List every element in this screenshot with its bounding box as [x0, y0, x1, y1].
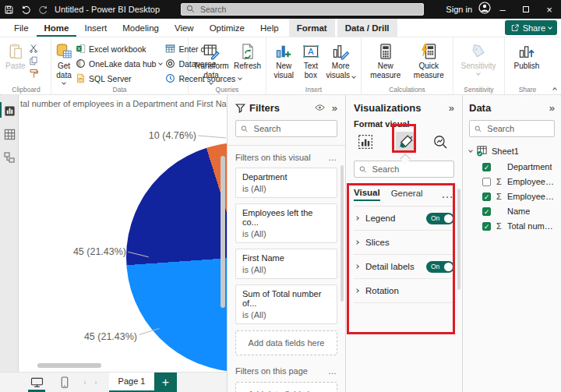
table-node-sheet1[interactable]: Sheet1	[469, 145, 555, 157]
section-detail-labels[interactable]: Detail labels On	[354, 255, 454, 279]
tab-help[interactable]: Help	[252, 19, 287, 37]
onelake-data-hub-button[interactable]: OneLake data hub	[76, 58, 162, 69]
filters-eye-icon[interactable]	[315, 102, 325, 114]
filter-card-sum-total[interactable]: Sum of Total number of... is (All)	[235, 284, 337, 324]
tab-view[interactable]: View	[167, 19, 202, 37]
tab-home[interactable]: Home	[37, 19, 77, 37]
report-canvas[interactable]: tal number of employees in a Department …	[19, 95, 227, 372]
data-search[interactable]	[469, 120, 555, 137]
chevron-right-icon	[355, 264, 359, 269]
next-page-icon[interactable]: ›	[90, 378, 101, 387]
calculator-icon	[378, 41, 393, 62]
tab-visual[interactable]: Visual	[354, 188, 380, 201]
field-checkbox[interactable]: ✓	[482, 207, 491, 216]
account-avatar-icon[interactable]	[478, 2, 491, 17]
analytics-button[interactable]	[430, 132, 450, 152]
page-tab[interactable]: Page 1	[109, 373, 154, 392]
tab-modeling[interactable]: Modeling	[115, 19, 167, 37]
new-visual-button[interactable]: New visual	[270, 40, 297, 80]
mobile-layout-icon	[61, 376, 69, 388]
sensitivity-button[interactable]: Sensitivity	[457, 40, 499, 75]
tab-format[interactable]: Format	[289, 19, 335, 37]
desktop-layout-button[interactable]	[26, 373, 47, 392]
undo-icon[interactable]	[17, 0, 34, 19]
global-search-input[interactable]	[199, 4, 418, 15]
data-search-input[interactable]	[485, 123, 549, 134]
field-checkbox[interactable]	[482, 178, 491, 186]
model-view-button[interactable]	[0, 146, 19, 169]
publish-button[interactable]: Publish	[509, 40, 545, 71]
collapse-ribbon-icon[interactable]	[552, 87, 557, 92]
maximize-button[interactable]	[514, 0, 538, 19]
global-search[interactable]	[181, 3, 424, 16]
legend-toggle[interactable]: On	[426, 213, 454, 224]
canvas-vertical-scrollbar[interactable]	[221, 156, 225, 308]
field-total-number[interactable]: ✓ Σ Total number of ...	[469, 221, 555, 231]
sql-server-button[interactable]: SQL Server	[76, 73, 162, 83]
transform-data-button[interactable]: Transform data	[192, 40, 230, 84]
more-options-icon[interactable]: …	[441, 187, 454, 201]
sign-in-button[interactable]: Sign in	[446, 5, 472, 14]
tab-data-drill[interactable]: Data / Drill	[337, 19, 397, 37]
add-data-fields-dropzone[interactable]: Add data fields here	[235, 382, 337, 392]
filters-search[interactable]	[235, 120, 337, 137]
format-search-input[interactable]	[371, 164, 449, 175]
section-slices[interactable]: Slices	[354, 231, 454, 255]
share-button[interactable]: Share	[505, 20, 557, 35]
detail-labels-toggle[interactable]: On	[426, 261, 454, 273]
filters-search-input[interactable]	[252, 123, 332, 134]
section-legend[interactable]: Legend On	[354, 207, 454, 231]
field-department[interactable]: ✓ Σ Department	[469, 162, 555, 171]
tab-file[interactable]: File	[6, 19, 37, 37]
quick-measure-button[interactable]: Quick measure	[409, 40, 450, 80]
tab-insert[interactable]: Insert	[76, 19, 115, 37]
tab-optimize[interactable]: Optimize	[202, 19, 252, 37]
mobile-layout-button[interactable]	[55, 373, 75, 392]
refresh-button[interactable]: Refresh	[233, 40, 262, 71]
text-box-button[interactable]: A Text box	[300, 40, 321, 80]
more-visuals-button[interactable]: More visuals	[324, 40, 357, 80]
add-page-button[interactable]: +	[154, 373, 177, 392]
field-checkbox[interactable]: ✓	[482, 222, 491, 231]
field-employee-id[interactable]: Σ Employee ID	[469, 177, 555, 186]
pie-chart[interactable]	[126, 143, 227, 372]
ribbon-group-queries: Transform data Refresh Queries	[189, 37, 266, 94]
save-icon[interactable]	[0, 0, 17, 19]
report-view-button[interactable]	[0, 99, 19, 122]
add-data-fields-dropzone[interactable]: Add data fields here	[235, 330, 337, 355]
paste-button[interactable]: Paste	[5, 40, 26, 71]
collapse-data-icon[interactable]: »	[549, 102, 555, 114]
new-measure-button[interactable]: New measure	[365, 40, 406, 80]
more-options-icon[interactable]: …	[328, 153, 337, 162]
filter-card-first-name[interactable]: First Name is (All)	[235, 249, 337, 279]
view-rail	[0, 95, 19, 372]
visualizations-scrollbar[interactable]	[457, 189, 460, 290]
section-rotation[interactable]: Rotation	[354, 279, 454, 303]
field-checkbox[interactable]: ✓	[482, 192, 491, 201]
collapse-visualizations-icon[interactable]: »	[449, 102, 454, 114]
canvas-horizontal-scrollbar[interactable]	[37, 363, 101, 368]
format-painter-button[interactable]	[29, 69, 39, 78]
close-button[interactable]: ×	[538, 0, 561, 19]
excel-workbook-button[interactable]: Excel workbook	[76, 44, 162, 54]
prev-page-icon[interactable]: ‹	[79, 378, 90, 387]
collapse-filters-icon[interactable]: »	[332, 102, 337, 114]
filters-scrollbar[interactable]	[340, 165, 344, 302]
chevron-down-icon[interactable]	[468, 148, 473, 153]
filter-card-employees-left[interactable]: Employees left the co... is (All)	[235, 203, 337, 243]
field-name[interactable]: ✓ Σ Name	[469, 207, 555, 216]
field-checkbox[interactable]: ✓	[482, 163, 491, 171]
tab-general[interactable]: General	[391, 189, 423, 200]
get-data-button[interactable]: Get data	[55, 40, 72, 84]
filter-card-department[interactable]: Department is (All)	[235, 168, 337, 198]
format-visual-label: Format visual	[354, 119, 454, 129]
format-visual-button[interactable]	[396, 132, 416, 152]
cut-button[interactable]	[29, 44, 39, 53]
redo-icon[interactable]	[34, 0, 51, 19]
table-view-button[interactable]	[0, 122, 19, 146]
minimize-button[interactable]: –	[491, 0, 514, 19]
field-employees-left[interactable]: ✓ Σ Employees left t...	[469, 192, 555, 201]
more-options-icon[interactable]: …	[328, 366, 337, 376]
build-visual-button[interactable]	[355, 132, 376, 152]
copy-button[interactable]	[29, 56, 39, 65]
